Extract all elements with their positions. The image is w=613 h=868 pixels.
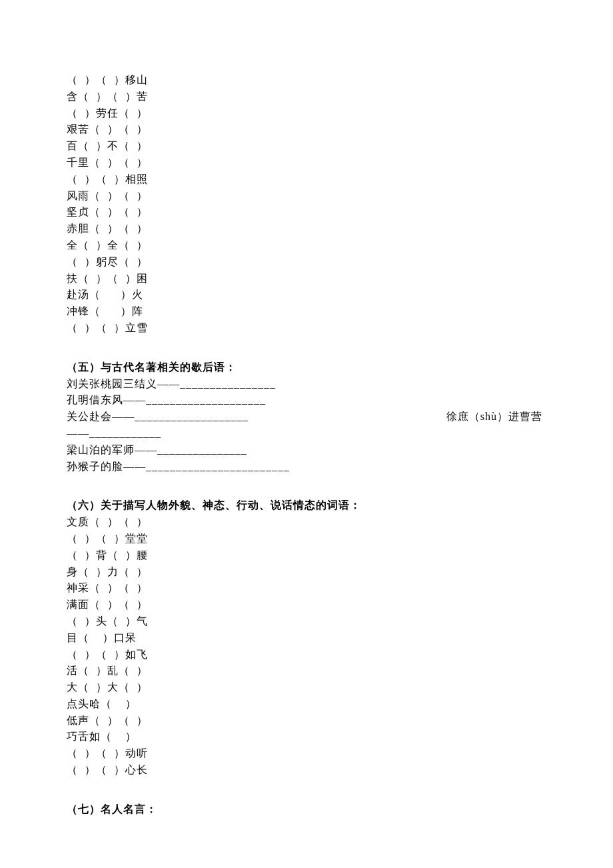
- text-line: 冲锋（ ）阵: [67, 303, 546, 320]
- text-line: 身（ ）力（ ）: [67, 564, 546, 581]
- text-line: 艰苦（ ）（ ）: [67, 121, 546, 138]
- text-line: 低声（ ）（ ）: [67, 713, 546, 729]
- text-line: （ ）头（ ）气: [67, 613, 546, 630]
- text-line: 梁山泊的军师——_______________: [67, 442, 546, 459]
- text-line: 点头哈（ ）: [67, 696, 546, 713]
- text-line: 全（ ）全（ ）: [67, 237, 546, 254]
- section-6-heading: （六）关于描写人物外貌、神态、行动、说话情态的词语：: [67, 497, 546, 514]
- text-line: 赴汤（ ）火: [67, 287, 546, 303]
- section-5-heading: （五）与古代名著相关的歇后语：: [67, 359, 546, 376]
- text-line: 文质（ ）（ ）: [67, 514, 546, 531]
- text-line: 孔明借东风——____________________: [67, 392, 546, 409]
- text-line: 千里（ ）（ ）: [67, 155, 546, 171]
- text-line: 巧舌如（ ）: [67, 729, 546, 745]
- text-line: 神采（ ）（ ）: [67, 580, 546, 597]
- text-line: 活（ ）乱（ ）: [67, 663, 546, 679]
- section-6-body: 文质（ ）（ ） （ ）（ ）堂堂 （ ）背（ ）腰 身（ ）力（ ） 神采（ …: [67, 514, 546, 779]
- text-line: （ ）躬尽（ ）: [67, 254, 546, 271]
- text-line-split: 关公赴会——___________________ 徐庶（shù）进曹营: [67, 409, 546, 425]
- section-5-body: 刘关张桃园三结义——________________ 孔明借东风——______…: [67, 376, 546, 475]
- idioms-block-1: （ ）（ ）移山 含（ ）（ ）苦 （ ）劳任（ ） 艰苦（ ）（ ） 百（ ）…: [67, 72, 546, 337]
- section-7-heading: （七）名人名言：: [67, 801, 546, 818]
- text-line: （ ）（ ）心长: [67, 762, 546, 779]
- text-line: 风雨（ ）（ ）: [67, 188, 546, 205]
- text-line: 百（ ）不（ ）: [67, 138, 546, 155]
- text-line: 目（ ）口呆: [67, 630, 546, 647]
- text-line: 满面（ ）（ ）: [67, 597, 546, 613]
- text-line: 刘关张桃园三结义——________________: [67, 376, 546, 393]
- text-line: （ ）背（ ）腰: [67, 547, 546, 564]
- text-line: （ ）（ ）如飞: [67, 647, 546, 663]
- text-line: 孙猴子的脸——________________________: [67, 459, 546, 475]
- text-line: （ ）（ ）动听: [67, 745, 546, 762]
- text-line: 含（ ）（ ）苦: [67, 89, 546, 105]
- text-line: （ ）劳任（ ）: [67, 105, 546, 122]
- text-line: 坚贞（ ）（ ）: [67, 204, 546, 221]
- text-line: ——____________: [67, 425, 546, 442]
- document-page: （ ）（ ）移山 含（ ）（ ）苦 （ ）劳任（ ） 艰苦（ ）（ ） 百（ ）…: [0, 0, 613, 858]
- text-line: 赤胆（ ）（ ）: [67, 221, 546, 237]
- text-line: 大（ ）大（ ）: [67, 679, 546, 696]
- text-line: （ ）（ ）移山: [67, 72, 546, 89]
- text-line: （ ）（ ）立雪: [67, 320, 546, 337]
- right-note: 徐庶（shù）进曹营: [446, 409, 546, 425]
- text-line: 关公赴会——___________________: [67, 409, 249, 425]
- text-line: 扶（ ）（ ）困: [67, 271, 546, 287]
- text-line: （ ）（ ）相照: [67, 171, 546, 188]
- text-line: （ ）（ ）堂堂: [67, 531, 546, 547]
